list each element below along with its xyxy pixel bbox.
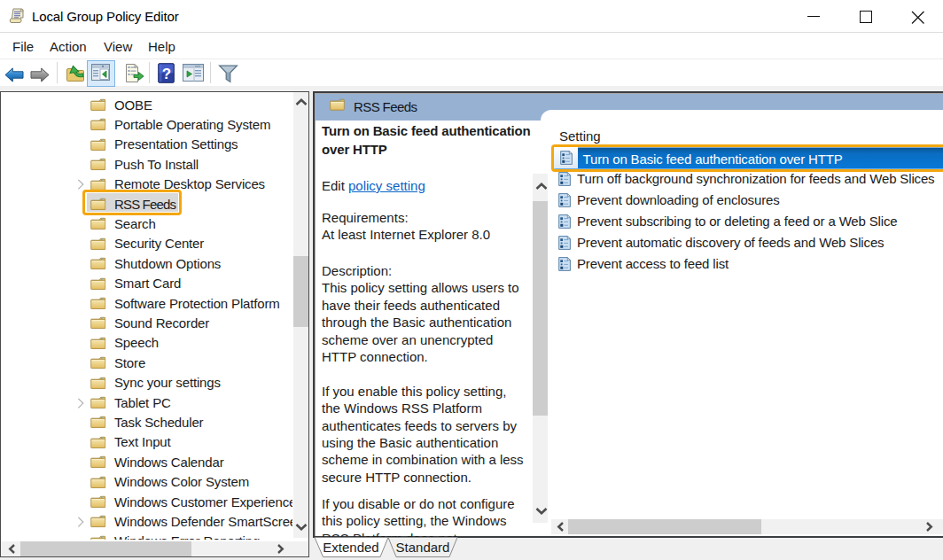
svg-text:?: ? [162,66,171,82]
svg-text:Extended: Extended [323,540,378,555]
svg-text:Standard: Standard [396,540,450,555]
